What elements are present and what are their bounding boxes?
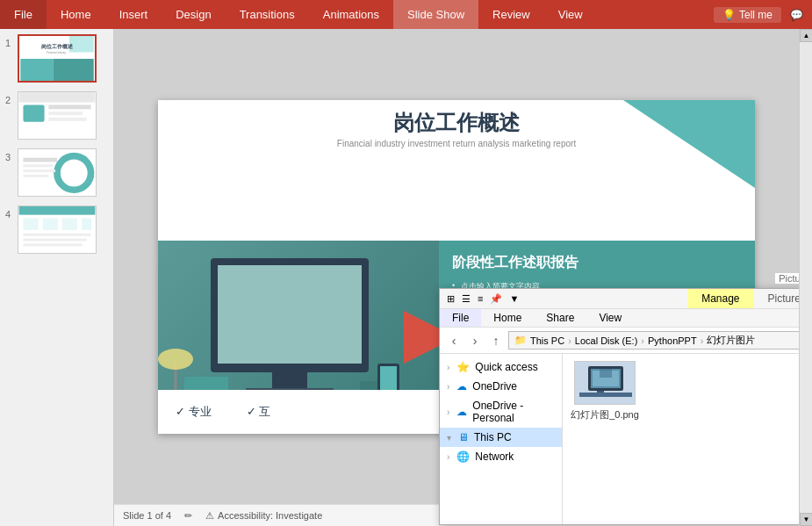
title-bar: File Home Insert Design Transitions Anim… xyxy=(0,0,812,29)
slide-num-4: 4 xyxy=(5,209,14,220)
tab-transitions[interactable]: Transitions xyxy=(226,0,309,29)
svg-rect-29 xyxy=(218,265,362,364)
tell-me-label: Tell me xyxy=(739,9,772,21)
slide-area: 岗位工作概述 Financial industry investment ret… xyxy=(114,29,799,526)
sidebar-onedrive-personal[interactable]: › ☁ OneDrive - Personal xyxy=(440,396,562,428)
slide-thumbnail-1: 岗位工作概述 Financial industry... xyxy=(18,34,97,83)
file-explorer-window[interactable]: Picture Tools ⊞ ☰ ≡ 📌 ▼ Manage Picture T… xyxy=(439,288,799,525)
breadcrumb-folder-icon: 📁 xyxy=(514,335,527,346)
slide-content-title: 阶段性工作述职报告 xyxy=(452,254,742,272)
breadcrumb-pythonppt[interactable]: PythonPPT xyxy=(648,335,697,346)
fe-tab-share[interactable]: Share xyxy=(534,309,586,327)
scroll-down-button[interactable]: ▼ xyxy=(800,513,812,526)
fe-body: › ⭐ Quick access › ☁ OneDrive › ☁ On xyxy=(440,354,799,524)
lightbulb-icon: 💡 xyxy=(722,9,736,21)
svg-text:Financial industry...: Financial industry... xyxy=(47,51,68,54)
svg-rect-17 xyxy=(23,175,48,177)
sidebar-onedrive[interactable]: › ☁ OneDrive xyxy=(440,377,562,396)
fe-tab-file[interactable]: File xyxy=(440,309,481,327)
details-icon[interactable]: ≡ xyxy=(478,293,483,304)
onedrive-personal-icon: ☁ xyxy=(456,406,467,418)
slide-thumb-2[interactable]: 2 xyxy=(4,90,110,141)
breadcrumb-current[interactable]: 幻灯片图片 xyxy=(707,334,755,347)
file-menu-button[interactable]: File xyxy=(0,0,47,29)
network-label: Network xyxy=(475,450,514,463)
accessibility-status[interactable]: ⚠ Accessibility: Investigate xyxy=(205,510,322,522)
warning-icon: ⚠ xyxy=(205,510,214,522)
check-item-2: ✓ 互 xyxy=(247,404,271,420)
breadcrumb-thispc[interactable]: This PC xyxy=(530,335,564,346)
slide-thumb-1[interactable]: 1 岗位工作概述 Financial industry... xyxy=(4,32,110,84)
slide-thumb-4[interactable]: 4 xyxy=(4,204,110,256)
tab-animations[interactable]: Animations xyxy=(309,0,393,29)
edit-icon[interactable]: ✏ xyxy=(184,510,192,522)
comment-icon[interactable]: 💬 xyxy=(790,9,803,21)
slide-main-title: 岗位工作概述 xyxy=(158,109,755,137)
fe-back-button[interactable]: ‹ xyxy=(445,332,463,349)
svg-rect-26 xyxy=(23,243,82,246)
accessibility-label: Accessibility: Investigate xyxy=(218,510,322,521)
expand-icon: › xyxy=(447,407,449,417)
fe-tab-view[interactable]: View xyxy=(586,309,634,327)
svg-rect-20 xyxy=(23,218,38,229)
slide-canvas: 岗位工作概述 Financial industry investment ret… xyxy=(114,29,799,504)
title-bar-right: 💡 Tell me 💬 xyxy=(714,7,812,23)
tab-home[interactable]: Home xyxy=(47,0,105,29)
fe-ribbon-bar: Picture Tools ⊞ ☰ ≡ 📌 ▼ Manage Picture T… xyxy=(440,289,799,309)
tab-design[interactable]: Design xyxy=(162,0,225,29)
sidebar-thispc[interactable]: ▾ 🖥 This PC xyxy=(440,428,562,447)
slide-num-3: 3 xyxy=(5,152,14,162)
expand-icon: ▾ xyxy=(447,433,451,443)
svg-rect-35 xyxy=(380,366,397,393)
fe-ribbon-tabs: File Home Share View xyxy=(440,309,799,328)
fe-sidebar: › ⭐ Quick access › ☁ OneDrive › ☁ On xyxy=(440,354,563,524)
tell-me-button[interactable]: 💡 Tell me xyxy=(714,7,781,23)
tab-review[interactable]: Review xyxy=(478,0,544,29)
svg-rect-45 xyxy=(600,369,612,378)
tab-slideshow[interactable]: Slide Show xyxy=(393,0,478,29)
svg-rect-25 xyxy=(23,239,86,241)
svg-rect-15 xyxy=(23,164,53,167)
fe-file-item[interactable]: 幻灯片图_0.png xyxy=(570,361,640,422)
grid-icon[interactable]: ⊞ xyxy=(447,293,455,305)
tab-view[interactable]: View xyxy=(544,0,597,29)
svg-text:岗位工作概述: 岗位工作概述 xyxy=(41,43,74,49)
svg-rect-8 xyxy=(23,104,44,121)
svg-rect-1 xyxy=(20,59,53,81)
svg-rect-22 xyxy=(62,218,77,229)
tab-insert[interactable]: Insert xyxy=(105,0,162,29)
scroll-track[interactable] xyxy=(800,42,812,513)
quick-access-label: Quick access xyxy=(475,361,537,373)
slide-thumbnail-3 xyxy=(18,148,97,197)
scroll-up-button[interactable]: ▲ xyxy=(800,29,812,42)
fe-up-button[interactable]: ↑ xyxy=(487,332,505,349)
svg-rect-9 xyxy=(48,104,90,109)
fe-file-thumbnail xyxy=(574,361,636,405)
svg-rect-19 xyxy=(19,206,96,215)
manage-button[interactable]: Manage xyxy=(687,289,753,308)
fe-tab-home[interactable]: Home xyxy=(481,309,534,327)
picture-tools-tab: Picture Tools xyxy=(754,289,799,308)
onedrive-personal-label: OneDrive - Personal xyxy=(472,400,555,424)
svg-rect-7 xyxy=(19,92,96,103)
sidebar-network[interactable]: › 🌐 Network xyxy=(440,447,562,466)
slide-thumb-3[interactable]: 3 xyxy=(4,147,110,198)
expand-icon: › xyxy=(447,382,449,392)
pin-icon[interactable]: 📌 xyxy=(490,293,502,305)
fe-toolbar-icons: ⊞ ☰ ≡ 📌 ▼ xyxy=(440,290,526,308)
fe-forward-button[interactable]: › xyxy=(466,332,484,349)
svg-rect-21 xyxy=(43,218,58,229)
svg-rect-10 xyxy=(48,112,83,115)
svg-point-37 xyxy=(158,349,193,370)
expand-icon: › xyxy=(447,452,449,462)
quick-access-icon[interactable]: ▼ xyxy=(509,293,519,304)
ribbon-tabs: Home Insert Design Transitions Animation… xyxy=(47,0,714,29)
list-icon[interactable]: ☰ xyxy=(462,293,471,305)
fe-file-name: 幻灯片图_0.png xyxy=(571,408,639,422)
breadcrumb-localdisk[interactable]: Local Disk (E:) xyxy=(575,335,638,346)
main-area: 1 岗位工作概述 Financial industry... 2 xyxy=(0,29,812,526)
slide-num-2: 2 xyxy=(5,95,14,105)
svg-rect-24 xyxy=(23,234,90,236)
check-item-1: ✓ 专业 xyxy=(176,404,212,420)
sidebar-quick-access[interactable]: › ⭐ Quick access xyxy=(440,357,562,377)
